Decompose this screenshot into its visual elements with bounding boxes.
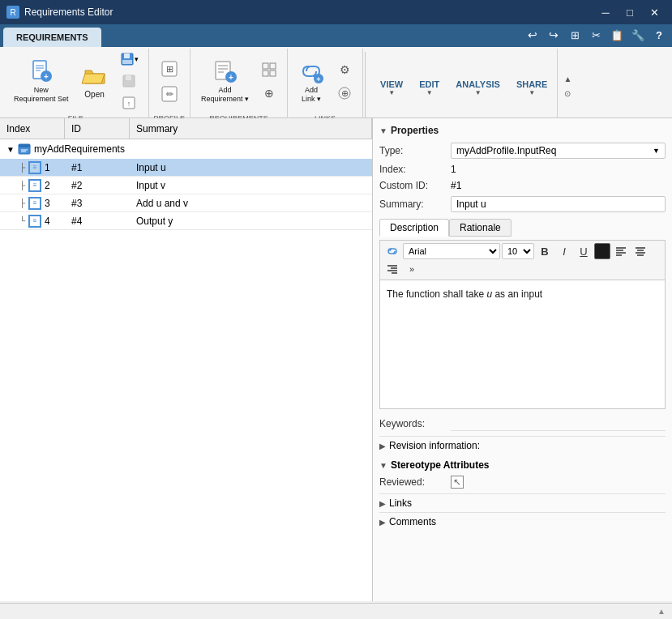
export-button[interactable]: ↑ [115,92,143,113]
new-requirement-set-button[interactable]: + NewRequirement Set [8,54,75,108]
properties-title: Properties [391,125,439,136]
open-icon [82,62,108,88]
table-header: Index ID Summary [0,118,372,139]
comments-header[interactable]: ▶ Comments [379,512,666,531]
row2-id: #2 [65,180,130,191]
table-body: ▼ myAddRequirements ├ ≡ 1 #1 Input u [0,139,372,601]
align-center-button[interactable] [631,243,649,259]
font-family-select[interactable]: Arial Times New Roman Courier [403,243,500,259]
description-tab[interactable]: Description [379,219,449,237]
type-select[interactable]: myAddProfile.InputReq ▼ [451,143,666,159]
req-grid-button[interactable] [256,58,282,81]
underline-button[interactable]: U [575,243,593,259]
revision-info-header[interactable]: ▶ Revision information: [379,436,666,455]
table-row[interactable]: ├ ≡ 1 #1 Input u [0,159,372,177]
col-id: ID [65,118,130,139]
links-group: + AddLink ▾ ⚙ [288,49,363,123]
rationale-tab[interactable]: Rationale [449,219,511,237]
open-button[interactable]: Open [76,58,113,104]
type-value: myAddProfile.InputReq [456,145,556,156]
reviewed-label: Reviewed: [379,476,444,488]
align-right-button[interactable] [383,261,401,277]
redo-button[interactable]: ↪ [544,26,563,44]
add-requirement-button[interactable]: + AddRequirement ▾ [195,54,255,108]
align-left-button[interactable] [612,243,630,259]
share-tab[interactable]: SHARE ▼ [510,78,554,98]
window-controls: ─ □ ✕ [594,3,666,21]
close-button[interactable]: ✕ [643,3,666,21]
row1-id: #1 [65,162,130,173]
links-arrow: ▶ [379,499,386,508]
keywords-input[interactable] [451,416,666,431]
open-button-label: Open [84,90,104,100]
row2-summary: Input v [130,180,372,191]
paste-button[interactable]: 📋 [607,26,627,44]
req-settings-button[interactable]: ⊕ [256,82,282,105]
row1-index: ├ ≡ 1 [0,161,65,174]
summary-label: Summary: [379,199,444,210]
custom-id-row: Custom ID: [379,180,666,191]
toolbar: + NewRequirement Set Open [0,47,672,118]
resize-handle[interactable]: ▲ [657,607,666,616]
main-content: Index ID Summary ▼ myAddRequirements ├ [0,118,672,601]
format-link-btn[interactable] [383,243,401,259]
revision-arrow: ▶ [379,442,386,450]
custom-id-input[interactable] [451,180,666,191]
row4-index: └ ≡ 4 [0,215,65,228]
link-settings-button[interactable]: ⚙ [332,58,357,81]
reviewed-checkbox[interactable]: ↖ [451,476,464,489]
right-panel: ▼ Properties Type: myAddProfile.InputReq… [373,118,672,601]
status-bar: ▲ [0,603,672,619]
view-tab[interactable]: VIEW ▼ [374,78,409,98]
description-tabs: Description Rationale [379,219,666,237]
analysis-tab[interactable]: ANALYSIS ▼ [449,78,507,98]
toolbar-separator [365,52,366,120]
index-label: Index: [379,164,444,175]
format-toolbar: Arial Times New Roman Courier 10 12 14 1… [379,240,666,280]
font-size-select[interactable]: 10 12 14 16 [502,243,534,259]
profile-edit-button[interactable]: ✏ [156,82,183,106]
svg-text:⊞: ⊞ [165,64,173,74]
table-row[interactable]: └ ≡ 4 #4 Output y [0,212,372,230]
tree-root-label: myAddRequirements [34,143,125,155]
help-button[interactable]: ? [649,26,669,44]
table-row[interactable]: ├ ≡ 3 #3 Add u and v [0,194,372,212]
minimize-button[interactable]: ─ [594,3,617,21]
app-title: Requirements Editor [24,6,113,18]
toolbar-collapse-icon[interactable]: ▲ [561,72,574,85]
maximize-button[interactable]: □ [618,3,641,21]
req-icon: ≡ [28,179,41,192]
load-button[interactable] [115,70,143,92]
bold-button[interactable]: B [536,243,554,259]
italic-button[interactable]: I [555,243,573,259]
comments-arrow: ▶ [379,518,386,527]
profile-manage-button[interactable]: ⊞ [156,57,183,81]
requirements-tab[interactable]: REQUIREMENTS [3,28,101,47]
toolbar-expand-icon[interactable]: ⊙ [561,87,574,100]
profile-group: ⊞ ✏ PROFILE [149,49,191,123]
add-link-button[interactable]: + AddLink ▾ [293,54,330,108]
description-area[interactable]: The function shall take u as an input [379,280,666,409]
tools-button[interactable]: 🔧 [628,26,648,44]
left-panel: Index ID Summary ▼ myAddRequirements ├ [0,118,373,601]
stereotype-attributes-header[interactable]: ▼ Stereotype Attributes [379,459,666,471]
file-group: + NewRequirement Set Open [3,49,149,123]
edit-tab[interactable]: EDIT ▼ [413,78,446,98]
col-index: Index [0,118,65,139]
links-header[interactable]: ▶ Links [379,493,666,512]
svg-rect-23 [263,63,268,69]
table-row[interactable]: ├ ≡ 2 #2 Input v [0,177,372,194]
link-options-button[interactable]: ⊕ [332,82,357,105]
copy-button[interactable]: ⊞ [565,26,584,44]
svg-text:↑: ↑ [127,100,131,108]
undo-button[interactable]: ↩ [523,26,542,44]
tree-root[interactable]: ▼ myAddRequirements [0,139,372,159]
stereotype-title: Stereotype Attributes [391,459,490,471]
revision-label: Revision information: [389,440,480,451]
text-color-button[interactable] [594,243,610,259]
summary-input[interactable] [451,196,666,212]
cut-button[interactable]: ✂ [586,26,606,44]
more-format-button[interactable]: » [403,261,421,277]
row2-index: ├ ≡ 2 [0,179,65,192]
save-button[interactable]: ▾ [115,49,143,70]
